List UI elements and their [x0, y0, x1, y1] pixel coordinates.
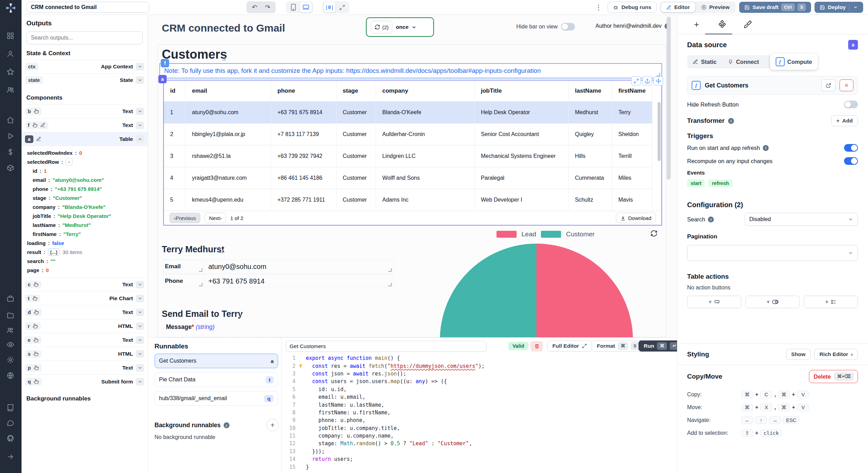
insert-component-tab[interactable]: +	[691, 19, 702, 29]
rich-editor-button[interactable]: Rich Editor ›	[814, 349, 858, 360]
table-row[interactable]: 2hbingley1@plala.or.jp+7 813 117 7139Cus…	[164, 123, 661, 145]
expand-layout-icon[interactable]	[336, 2, 348, 12]
component-row-a[interactable]: aTable	[22, 132, 148, 146]
editor-tab-button[interactable]: Editor	[661, 2, 695, 12]
app-refresh-button[interactable]: (2)	[371, 21, 392, 33]
windmill-logo[interactable]	[5, 2, 16, 15]
next-page-button[interactable]: Next ›	[205, 213, 226, 223]
briefcase-icon[interactable]	[7, 295, 15, 303]
undo-icon[interactable]: ↶	[249, 2, 260, 12]
component-row-d[interactable]: dText	[22, 305, 148, 319]
component-row-f[interactable]: fText	[22, 118, 148, 132]
pagination-config-select[interactable]	[687, 245, 858, 261]
table-row[interactable]: 5kmeus4@upenn.edu+372 285 771 1911Custom…	[164, 189, 661, 211]
gear-icon[interactable]	[7, 356, 15, 364]
add-button-action[interactable]: +	[687, 296, 741, 308]
legend-label[interactable]: Customer	[566, 230, 594, 238]
column-header-phone[interactable]: phone	[271, 81, 336, 101]
delete-component-button[interactable]: Delete ⌘+⌫	[809, 370, 858, 383]
runnable-name-input[interactable]	[286, 341, 486, 352]
download-button[interactable]: Download	[616, 213, 656, 223]
runnable-item[interactable]: Pie Chart Datat	[155, 372, 278, 387]
runnable-item[interactable]: Get Customersa	[155, 354, 278, 368]
preview-tab-button[interactable]: Preview	[696, 2, 735, 12]
component-badge-a[interactable]: a	[158, 75, 167, 83]
detach-runnable-button[interactable]	[840, 79, 853, 91]
column-header-lastName[interactable]: lastName	[569, 81, 612, 101]
compute-mode-option[interactable]: f Compute	[770, 54, 818, 70]
add-transformer-button[interactable]: + Add	[831, 115, 858, 126]
save-draft-button[interactable]: Save draft CtrlS	[739, 2, 811, 13]
search-outputs-input[interactable]	[26, 31, 143, 44]
refresh-frequency-select[interactable]: once	[396, 24, 416, 30]
search-config-select[interactable]: Disabled	[745, 213, 858, 226]
move-component-icon[interactable]	[653, 76, 663, 85]
user-icon[interactable]	[7, 50, 15, 58]
github-icon[interactable]	[7, 434, 15, 443]
more-menu-icon[interactable]: ⋮	[595, 3, 602, 11]
table-row[interactable]: 4yraigatt3@nature.com+86 461 145 4186Cus…	[164, 167, 661, 189]
component-row-r[interactable]: rHTML	[22, 319, 148, 333]
eye-icon[interactable]	[7, 341, 15, 349]
users-icon[interactable]	[7, 86, 15, 94]
recompute-toggle[interactable]	[844, 157, 858, 165]
component-settings-tab[interactable]	[717, 19, 727, 29]
package-icon[interactable]	[7, 164, 15, 172]
collapse-arrow-icon[interactable]	[7, 453, 15, 461]
component-badge-f[interactable]: f	[161, 59, 169, 67]
previous-page-button[interactable]: ‹ Previous	[169, 213, 200, 223]
column-header-id[interactable]: id	[164, 81, 186, 101]
table-scrollbar[interactable]	[658, 102, 661, 161]
add-toggle-action[interactable]: +	[745, 296, 800, 308]
add-background-runnable-button[interactable]: +	[266, 419, 279, 431]
expand-component-icon[interactable]	[631, 76, 641, 85]
mobile-view-icon[interactable]	[287, 2, 299, 12]
styling-tab[interactable]	[743, 19, 753, 29]
hide-bar-toggle[interactable]	[561, 23, 575, 31]
home-icon[interactable]	[7, 116, 15, 125]
team-icon[interactable]	[7, 326, 15, 335]
apps-grid-icon[interactable]	[7, 32, 15, 40]
debug-runs-button[interactable]: Debug runs	[608, 2, 657, 13]
component-row-t[interactable]: tPie Chart	[22, 291, 148, 305]
table-row[interactable]: 3rshawe2@51.la+63 739 292 7942CustomerLi…	[164, 145, 661, 167]
app-title-input[interactable]	[26, 2, 149, 13]
chat-icon[interactable]	[7, 419, 15, 428]
redo-icon[interactable]: ↷	[262, 2, 274, 12]
dollar-icon[interactable]	[7, 148, 15, 157]
context-row-state[interactable]: stateState	[22, 73, 148, 87]
globe-icon[interactable]	[7, 372, 15, 380]
canvas-scrollbar[interactable]	[667, 17, 671, 180]
add-checkbox-action[interactable]: +	[804, 296, 858, 308]
column-header-company[interactable]: company	[376, 81, 475, 101]
styling-show-button[interactable]: Show	[786, 349, 811, 360]
component-row-q[interactable]: qSubmit form	[22, 374, 148, 388]
code-editor[interactable]: 1export async function main() {2 const r…	[282, 354, 677, 473]
static-mode-option[interactable]: Static	[687, 59, 722, 65]
component-row-c[interactable]: cText	[22, 277, 148, 291]
desktop-view-icon[interactable]	[300, 2, 312, 12]
column-header-email[interactable]: email	[186, 81, 271, 101]
legend-label[interactable]: Lead	[521, 230, 536, 238]
component-row-e[interactable]: eText	[22, 333, 148, 347]
run-on-start-toggle[interactable]	[844, 144, 858, 152]
delete-runnable-button[interactable]	[531, 341, 543, 352]
context-row-ctx[interactable]: ctxApp Context	[22, 60, 148, 73]
anchor-component-icon[interactable]	[642, 76, 652, 85]
column-header-stage[interactable]: stage	[336, 81, 376, 101]
center-layout-icon[interactable]: |0|	[324, 2, 335, 12]
runnable-item[interactable]: hub/338/gmail/_send_emailq	[155, 391, 278, 406]
connect-mode-option[interactable]: Connect	[722, 59, 765, 65]
open-runnable-button[interactable]	[821, 79, 835, 91]
column-header-jobTitle[interactable]: jobTitle	[475, 81, 569, 101]
chevron-down-icon[interactable]	[853, 5, 858, 10]
folder-icon[interactable]	[7, 312, 15, 320]
format-button[interactable]: Format ⌘S	[592, 340, 644, 352]
play-icon[interactable]	[7, 132, 15, 141]
hide-refresh-toggle[interactable]	[844, 101, 858, 108]
component-row-s[interactable]: sHTML	[22, 347, 148, 361]
full-editor-button[interactable]: Full Editor	[547, 340, 592, 352]
table-row[interactable]: 1atuny0@sohu.com+63 791 675 8914Customer…	[164, 101, 661, 123]
deploy-button[interactable]: Deploy	[815, 2, 863, 13]
chart-refresh-icon[interactable]	[650, 230, 658, 238]
